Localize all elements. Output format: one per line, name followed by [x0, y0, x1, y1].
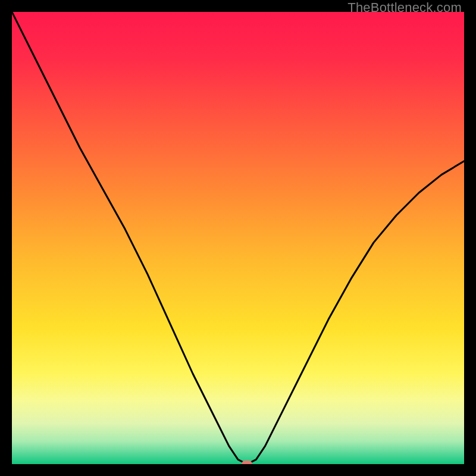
- watermark-text: TheBottleneck.com: [347, 0, 462, 15]
- plot-area: [12, 12, 464, 464]
- chart-frame: TheBottleneck.com: [0, 0, 476, 476]
- bottleneck-curve: [12, 12, 464, 464]
- optimal-point-marker: [242, 461, 252, 464]
